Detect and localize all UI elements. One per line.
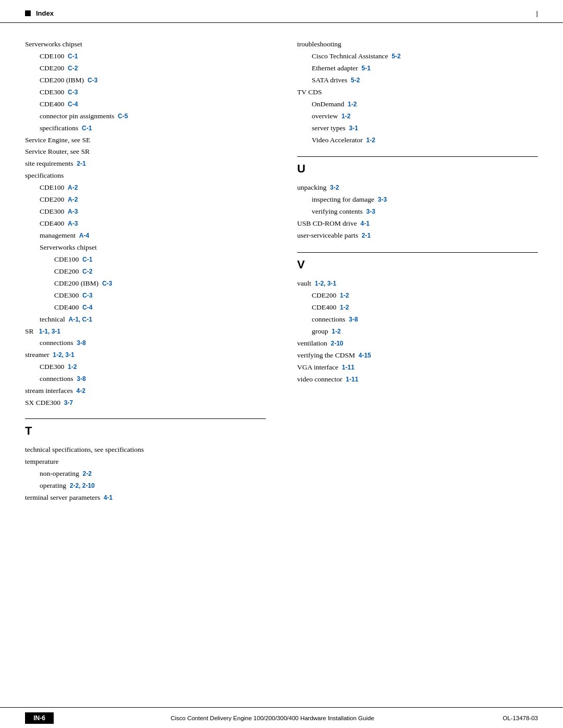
entry-link[interactable]: 3-8 bbox=[77, 375, 85, 382]
entry-link[interactable]: 1-2, 3-1 bbox=[53, 351, 74, 359]
entry-text: CDE200 (IBM) bbox=[54, 279, 102, 287]
entry-text: technical bbox=[40, 315, 68, 323]
list-item: verifying contents 3-3 bbox=[312, 206, 538, 218]
entry-link[interactable]: 5-2 bbox=[351, 77, 360, 84]
v-section: V vault 1-2, 3-1 CDE200 1-2 CDE400 1-2 c… bbox=[297, 252, 538, 385]
entry-text: non-operating bbox=[40, 470, 82, 477]
entry-text: vault bbox=[297, 279, 315, 287]
entry-text: temperature bbox=[25, 458, 58, 465]
entry-link[interactable]: 2-1 bbox=[77, 160, 85, 167]
entry-link[interactable]: 1-2, 3-1 bbox=[315, 280, 336, 287]
entry-link[interactable]: A-4 bbox=[79, 232, 89, 239]
entry-text: terminal server parameters bbox=[25, 493, 104, 501]
entry-link[interactable]: 2-2 bbox=[82, 470, 91, 477]
entry-text: connections bbox=[40, 375, 77, 382]
entry-link[interactable]: C-2 bbox=[68, 65, 78, 72]
entry-text: CDE400 bbox=[54, 303, 82, 311]
entry-text: Ethernet adapter bbox=[312, 64, 362, 72]
entry-link[interactable]: 4-15 bbox=[359, 352, 371, 359]
entry-link[interactable]: 3-7 bbox=[64, 399, 73, 406]
entry-link[interactable]: 1-2 bbox=[340, 304, 349, 311]
entry-link[interactable]: 3-8 bbox=[349, 316, 358, 323]
list-item: CDE300 A-3 bbox=[40, 206, 266, 218]
entry-link[interactable]: 3-2 bbox=[330, 184, 339, 191]
entry-text: operating bbox=[40, 482, 70, 489]
entry-link[interactable]: 5-1 bbox=[362, 65, 371, 72]
entry-link[interactable]: 5-2 bbox=[391, 53, 400, 60]
entry-text: CDE200 bbox=[40, 64, 68, 72]
entry-link[interactable]: C-1 bbox=[68, 53, 78, 60]
entry-link[interactable]: 1-2 bbox=[68, 363, 77, 371]
entry-text: inspecting for damage bbox=[312, 195, 378, 203]
section-divider bbox=[25, 418, 266, 419]
entry-link[interactable]: A-3 bbox=[68, 220, 78, 227]
entry-text: CDE200 bbox=[312, 291, 340, 299]
entry-text: stream interfaces bbox=[25, 387, 77, 394]
list-item: Serverworks chipset bbox=[40, 242, 266, 254]
list-item: Video Accelerator 1-2 bbox=[312, 134, 538, 146]
entry-text: video connector bbox=[297, 375, 346, 383]
entry-link[interactable]: 1-11 bbox=[342, 364, 354, 371]
left-column: Serverworks chipset CDE100 C-1 CDE200 C-… bbox=[25, 39, 287, 504]
entry-link[interactable]: 3-3 bbox=[366, 208, 375, 215]
list-item: SATA drives 5-2 bbox=[312, 75, 538, 87]
entry-link[interactable]: 4-1 bbox=[104, 494, 113, 501]
entry-text: connections bbox=[40, 339, 77, 347]
entry-link[interactable]: 2-10 bbox=[331, 340, 344, 347]
entry-link[interactable]: C-3 bbox=[82, 292, 92, 299]
entry-link[interactable]: 1-2 bbox=[332, 328, 340, 335]
list-item: unpacking 3-2 bbox=[297, 182, 538, 194]
page-container: Index | Serverworks chipset CDE100 C-1 C… bbox=[0, 0, 563, 728]
entry-link[interactable]: 4-2 bbox=[77, 387, 85, 394]
footer-doc-number: OL-13478-03 bbox=[491, 715, 538, 721]
entry-link[interactable]: 1-2 bbox=[340, 292, 349, 299]
list-item: Service Router, see SR bbox=[25, 146, 266, 158]
entry-link[interactable]: C-3 bbox=[88, 77, 97, 84]
list-item: CDE200 (IBM) C-3 bbox=[40, 75, 266, 87]
entry-link[interactable]: 1-11 bbox=[346, 376, 358, 383]
entry-link[interactable]: A-2 bbox=[68, 184, 78, 191]
list-item: temperature bbox=[25, 456, 266, 468]
entry-link[interactable]: 1-2 bbox=[348, 101, 357, 108]
entry-link[interactable]: 2-1 bbox=[362, 232, 371, 239]
entry-link[interactable]: 3-3 bbox=[378, 196, 387, 203]
section-letter-v: V bbox=[297, 258, 538, 272]
entry-link[interactable]: C-3 bbox=[68, 89, 78, 96]
list-item: Cisco Technical Assistance 5-2 bbox=[312, 51, 538, 63]
entry-link[interactable]: 4-1 bbox=[361, 220, 370, 227]
entry-link[interactable]: C-1 bbox=[82, 256, 92, 263]
list-item: server types 3-1 bbox=[312, 122, 538, 134]
entry-text: OnDemand bbox=[312, 100, 348, 108]
list-item: SR 1-1, 3-1 bbox=[25, 326, 266, 338]
entry-link[interactable]: 1-2 bbox=[341, 113, 350, 120]
entry-link[interactable]: 1-1, 3-1 bbox=[39, 328, 60, 335]
entry-link[interactable]: A-1, C-1 bbox=[68, 316, 92, 323]
entry-link[interactable]: 1-2 bbox=[366, 137, 375, 144]
list-item: group 1-2 bbox=[312, 326, 538, 338]
entry-link[interactable]: 3-8 bbox=[77, 339, 85, 347]
entry-link[interactable]: A-2 bbox=[68, 196, 78, 203]
entry-text: site requirements bbox=[25, 159, 77, 167]
entry-text: CDE300 bbox=[40, 207, 68, 215]
entry-link[interactable]: C-3 bbox=[102, 280, 112, 287]
entry-text: user-serviceable parts bbox=[297, 231, 362, 239]
entry-link[interactable]: C-1 bbox=[82, 125, 92, 132]
content-area: Serverworks chipset CDE100 C-1 CDE200 C-… bbox=[0, 23, 563, 535]
list-item: terminal server parameters 4-1 bbox=[25, 492, 266, 504]
page-number: IN-6 bbox=[25, 712, 54, 724]
entry-text: CDE400 bbox=[40, 219, 68, 227]
list-item: Serverworks chipset bbox=[25, 39, 266, 51]
list-item: ventilation 2-10 bbox=[297, 338, 538, 350]
entry-link[interactable]: C-2 bbox=[82, 268, 92, 275]
entry-link[interactable]: C-4 bbox=[82, 304, 92, 311]
list-item: Service Engine, see SE bbox=[25, 134, 266, 146]
list-item: connections 3-8 bbox=[312, 314, 538, 326]
entry-link[interactable]: 2-2, 2-10 bbox=[70, 482, 95, 489]
entry-link[interactable]: A-3 bbox=[68, 208, 78, 215]
entry-text: group bbox=[312, 327, 332, 335]
entry-link[interactable]: C-5 bbox=[118, 113, 128, 120]
entry-link[interactable]: C-4 bbox=[68, 101, 78, 108]
list-item: Ethernet adapter 5-1 bbox=[312, 63, 538, 75]
entry-link[interactable]: 3-1 bbox=[349, 125, 358, 132]
entry-text: CDE200 bbox=[54, 267, 82, 275]
